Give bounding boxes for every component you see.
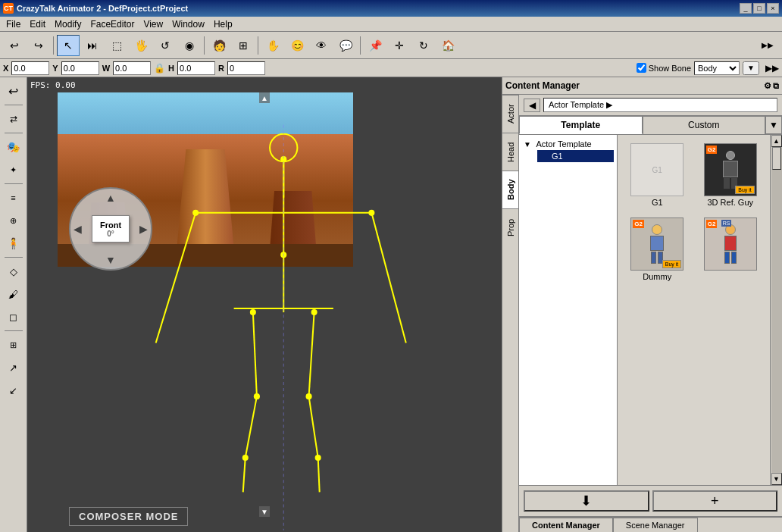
select-tool[interactable]: ↖ (57, 35, 80, 56)
portrait-tool[interactable]: 🧑 (208, 35, 230, 56)
target-tool[interactable]: ◉ (178, 35, 201, 56)
minimize-button[interactable]: _ (740, 3, 752, 14)
tree-item-g1[interactable]: G1 (537, 150, 614, 162)
scroll-up-button[interactable]: ▲ (771, 135, 782, 147)
tab-prop[interactable]: Prop (502, 208, 518, 246)
pin-tool[interactable]: 📌 (364, 35, 386, 56)
cm-content-area: ▼ Actor Template G1 G1 (519, 135, 782, 485)
menu-window[interactable]: Window (167, 17, 209, 31)
buy-badge-3dref[interactable]: Buy it (735, 186, 755, 194)
r-input[interactable] (227, 61, 265, 75)
menu-help[interactable]: Help (209, 17, 237, 31)
import-btn[interactable]: ↙ (3, 380, 24, 401)
tab-body[interactable]: Body (502, 171, 518, 208)
svg-point-23 (315, 455, 321, 461)
menu-modify[interactable]: Modify (50, 17, 86, 31)
vertical-tabs: Actor Head Body Prop (502, 95, 519, 532)
paint-btn[interactable]: 🖌 (3, 283, 24, 305)
menu-view[interactable]: View (139, 17, 167, 31)
menu-file[interactable]: File (2, 17, 25, 31)
next-frame-button[interactable]: ⏭ (81, 35, 104, 56)
scroll-track[interactable] (771, 147, 782, 473)
svg-point-19 (311, 309, 317, 315)
grid-item-4[interactable]: G2 RS (696, 214, 766, 285)
nav-center-box: Front 0° (92, 215, 130, 243)
navigation-circle[interactable]: ▲ ▼ ◀ ▶ Front 0° (69, 187, 152, 271)
g2-badge-dummy: G2 (633, 220, 644, 228)
w-label: W (102, 64, 110, 73)
rotate-tool[interactable]: ↺ (154, 35, 177, 56)
hand-tool[interactable]: 🖐 (130, 35, 152, 56)
svg-point-21 (306, 393, 312, 399)
reset-tool[interactable]: ↻ (412, 35, 435, 56)
canvas-area[interactable]: FPS: 0.00 ▲ ▼ ◀ ▶ Front (27, 77, 502, 532)
grid-item-3dref[interactable]: G2 Buy it (696, 139, 766, 211)
cm-tree-view: ▼ Actor Template G1 (519, 135, 618, 485)
scroll-thumb[interactable] (772, 147, 781, 170)
bone-btn[interactable]: ✦ (3, 159, 24, 180)
puppet-btn[interactable]: 🎭 (3, 136, 24, 158)
tab-head[interactable]: Head (502, 133, 518, 171)
add-button[interactable]: + (652, 490, 778, 512)
download-button[interactable]: ⬇ (524, 490, 649, 512)
breadcrumb-path: Actor Template ▶ (543, 98, 777, 112)
h-input[interactable] (177, 61, 215, 75)
grid-item-g1[interactable]: G1 G1 (622, 139, 693, 211)
shape-btn[interactable]: ◇ (3, 261, 24, 282)
tab-dropdown-button[interactable]: ▼ (765, 116, 782, 134)
nav-back-button[interactable]: ◀ (524, 99, 540, 112)
grab-tool[interactable]: ✋ (261, 35, 284, 56)
content-manager-title: Content Manager ⚙ ⧉ (502, 77, 782, 95)
w-input[interactable] (113, 61, 151, 75)
expand-button[interactable]: ▶▶ (756, 35, 779, 56)
bone-options-button[interactable]: ▼ (743, 61, 759, 75)
transform-tool[interactable]: ⬚ (105, 35, 128, 56)
menu-edit[interactable]: Edit (25, 17, 50, 31)
close-button[interactable]: × (767, 3, 779, 14)
redo-button[interactable]: ↪ (27, 35, 50, 56)
cm-settings-icon[interactable]: ⚙ (764, 81, 771, 91)
home-tool[interactable]: 🏠 (436, 35, 459, 56)
mouth-tool[interactable]: 💬 (334, 35, 357, 56)
y-input[interactable] (61, 61, 99, 75)
menu-faceeditor[interactable]: FaceEditor (86, 17, 139, 31)
nav-left-arrow[interactable]: ◀ (74, 223, 82, 235)
nav-down-arrow[interactable]: ▼ (105, 254, 116, 266)
scroll-down-button[interactable]: ▼ (771, 473, 782, 485)
eraser-btn[interactable]: ◻ (3, 306, 24, 327)
maximize-button[interactable]: □ (753, 3, 765, 14)
svg-line-6 (253, 312, 257, 396)
window-controls[interactable]: _ □ × (740, 3, 779, 14)
nav-up-arrow[interactable]: ▲ (105, 192, 116, 204)
canvas-scroll-up[interactable]: ▲ (259, 92, 270, 103)
grid-item-dummy[interactable]: G2 Buy it (622, 214, 693, 285)
undo-button[interactable]: ↩ (3, 35, 26, 56)
bone-type-select[interactable]: Body Head All (694, 61, 740, 75)
nav-right-arrow[interactable]: ▶ (139, 223, 148, 235)
cm-restore-icon[interactable]: ⧉ (773, 81, 779, 91)
move-tool[interactable]: ✛ (388, 35, 411, 56)
layer-btn[interactable]: ≡ (3, 187, 24, 208)
tree-item-actor-template[interactable]: ▼ Actor Template (522, 138, 614, 150)
title-label: CrazyTalk Animator 2 - DefProject.ctProj… (17, 4, 188, 13)
eye-tool[interactable]: 👁 (310, 35, 333, 56)
svg-point-22 (242, 455, 249, 461)
face-tool[interactable]: 😊 (286, 35, 308, 56)
template-tab[interactable]: Template (519, 116, 643, 134)
cm-grid-view: G1 G1 G2 (618, 135, 770, 485)
grid-tool[interactable]: ⊞ (232, 35, 255, 56)
person-btn[interactable]: 🧍 (3, 233, 24, 254)
x-input[interactable] (11, 61, 49, 75)
undo-left-btn[interactable]: ↩ (3, 80, 24, 102)
swap-btn[interactable]: ⇄ (3, 108, 24, 130)
tab-actor[interactable]: Actor (502, 95, 518, 133)
buy-badge-dummy[interactable]: Buy it (662, 260, 682, 268)
show-bone-checkbox[interactable] (637, 63, 646, 73)
canvas-scroll-down[interactable]: ▼ (259, 506, 270, 517)
scene-manager-tab[interactable]: Scene Manager (613, 518, 698, 532)
content-manager-tab[interactable]: Content Manager (519, 518, 613, 532)
export-btn[interactable]: ↗ (3, 357, 24, 378)
custom-tab[interactable]: Custom (643, 116, 766, 134)
grid-left-btn[interactable]: ⊞ (3, 334, 24, 355)
anchor-btn[interactable]: ⊕ (3, 210, 24, 231)
